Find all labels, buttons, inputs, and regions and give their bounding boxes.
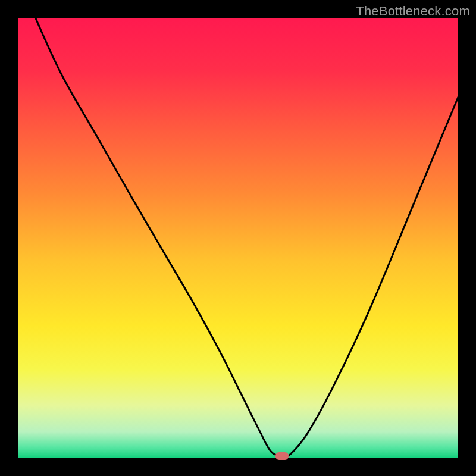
chart-frame: TheBottleneck.com (0, 0, 476, 476)
optimal-marker (275, 452, 289, 460)
plot-background (18, 18, 458, 458)
watermark: TheBottleneck.com (356, 4, 470, 19)
bottleneck-plot (18, 18, 458, 458)
